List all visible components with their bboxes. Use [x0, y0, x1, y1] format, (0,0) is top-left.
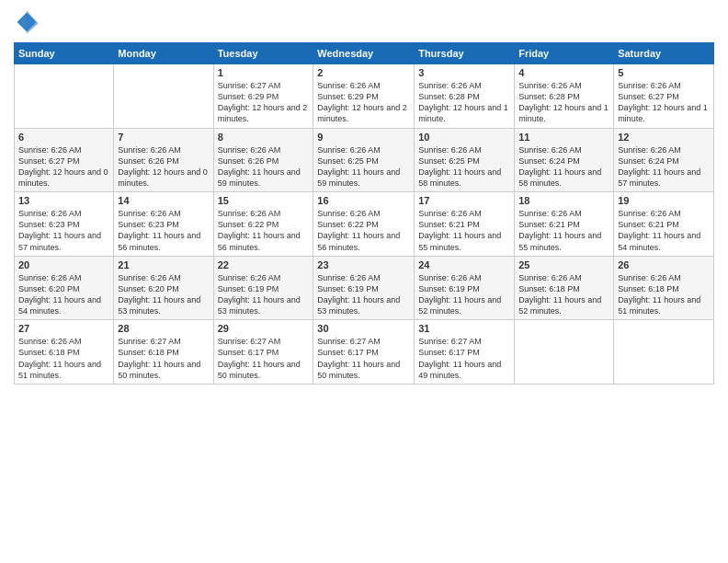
day-info: Sunrise: 6:26 AMSunset: 6:21 PMDaylight:…	[618, 208, 710, 253]
page: SundayMondayTuesdayWednesdayThursdayFrid…	[0, 0, 728, 563]
day-info: Sunrise: 6:26 AMSunset: 6:26 PMDaylight:…	[218, 144, 310, 190]
weekday-header-wednesday: Wednesday	[313, 43, 415, 64]
day-number: 7	[118, 132, 209, 143]
calendar-cell: 16Sunrise: 6:26 AMSunset: 6:22 PMDayligh…	[313, 192, 415, 257]
day-number: 28	[118, 323, 209, 334]
day-info: Sunrise: 6:27 AMSunset: 6:17 PMDaylight:…	[317, 336, 410, 381]
day-number: 4	[518, 67, 609, 78]
week-row-3: 13Sunrise: 6:26 AMSunset: 6:23 PMDayligh…	[15, 192, 714, 257]
weekday-header-tuesday: Tuesday	[213, 43, 313, 64]
day-info: Sunrise: 6:26 AMSunset: 6:20 PMDaylight:…	[118, 272, 209, 317]
calendar-cell: 25Sunrise: 6:26 AMSunset: 6:18 PMDayligh…	[515, 256, 614, 320]
day-number: 23	[317, 259, 410, 270]
day-number: 12	[618, 132, 710, 143]
logo	[14, 9, 43, 35]
day-number: 10	[418, 132, 510, 143]
calendar-cell: 3Sunrise: 6:26 AMSunset: 6:28 PMDaylight…	[415, 64, 515, 129]
day-info: Sunrise: 6:26 AMSunset: 6:29 PMDaylight:…	[317, 80, 410, 125]
week-row-2: 6Sunrise: 6:26 AMSunset: 6:27 PMDaylight…	[15, 128, 714, 192]
day-info: Sunrise: 6:26 AMSunset: 6:27 PMDaylight:…	[18, 144, 109, 190]
calendar-cell: 24Sunrise: 6:26 AMSunset: 6:19 PMDayligh…	[415, 256, 515, 320]
day-info: Sunrise: 6:26 AMSunset: 6:21 PMDaylight:…	[518, 208, 609, 253]
day-info: Sunrise: 6:26 AMSunset: 6:18 PMDaylight:…	[518, 272, 609, 317]
calendar-cell	[614, 320, 714, 385]
calendar-cell	[114, 64, 213, 129]
calendar-cell: 23Sunrise: 6:26 AMSunset: 6:19 PMDayligh…	[313, 256, 415, 320]
day-number: 3	[418, 67, 510, 78]
day-number: 30	[317, 323, 410, 334]
day-info: Sunrise: 6:26 AMSunset: 6:22 PMDaylight:…	[317, 208, 410, 253]
calendar-cell: 22Sunrise: 6:26 AMSunset: 6:19 PMDayligh…	[213, 256, 313, 320]
day-info: Sunrise: 6:26 AMSunset: 6:23 PMDaylight:…	[118, 208, 209, 253]
day-number: 6	[18, 132, 109, 143]
day-number: 17	[418, 195, 510, 206]
calendar-cell: 6Sunrise: 6:26 AMSunset: 6:27 PMDaylight…	[15, 128, 114, 192]
weekday-header-monday: Monday	[114, 43, 213, 64]
day-number: 13	[18, 195, 109, 206]
calendar-cell: 14Sunrise: 6:26 AMSunset: 6:23 PMDayligh…	[114, 192, 213, 257]
day-info: Sunrise: 6:26 AMSunset: 6:27 PMDaylight:…	[618, 80, 710, 125]
day-number: 27	[18, 323, 109, 334]
svg-marker-1	[27, 10, 39, 33]
calendar-cell: 30Sunrise: 6:27 AMSunset: 6:17 PMDayligh…	[313, 320, 415, 385]
day-info: Sunrise: 6:26 AMSunset: 6:24 PMDaylight:…	[518, 144, 609, 190]
day-number: 2	[317, 67, 410, 78]
calendar-cell: 4Sunrise: 6:26 AMSunset: 6:28 PMDaylight…	[515, 64, 614, 129]
weekday-header-saturday: Saturday	[614, 43, 714, 64]
calendar-cell: 13Sunrise: 6:26 AMSunset: 6:23 PMDayligh…	[15, 192, 114, 257]
day-info: Sunrise: 6:27 AMSunset: 6:17 PMDaylight:…	[418, 336, 510, 381]
logo-icon	[14, 9, 40, 35]
day-info: Sunrise: 6:26 AMSunset: 6:26 PMDaylight:…	[118, 144, 209, 190]
calendar-cell: 26Sunrise: 6:26 AMSunset: 6:18 PMDayligh…	[614, 256, 714, 320]
day-number: 25	[518, 259, 609, 270]
calendar-cell: 29Sunrise: 6:27 AMSunset: 6:17 PMDayligh…	[213, 320, 313, 385]
day-number: 26	[618, 259, 710, 270]
day-info: Sunrise: 6:26 AMSunset: 6:19 PMDaylight:…	[317, 272, 410, 317]
day-number: 29	[218, 323, 310, 334]
day-info: Sunrise: 6:26 AMSunset: 6:23 PMDaylight:…	[18, 208, 109, 253]
day-info: Sunrise: 6:26 AMSunset: 6:25 PMDaylight:…	[317, 144, 410, 190]
day-info: Sunrise: 6:26 AMSunset: 6:19 PMDaylight:…	[218, 272, 310, 317]
day-info: Sunrise: 6:26 AMSunset: 6:25 PMDaylight:…	[418, 144, 510, 190]
calendar-cell: 1Sunrise: 6:27 AMSunset: 6:29 PMDaylight…	[213, 64, 313, 129]
day-number: 24	[418, 259, 510, 270]
calendar-cell: 21Sunrise: 6:26 AMSunset: 6:20 PMDayligh…	[114, 256, 213, 320]
calendar-cell: 10Sunrise: 6:26 AMSunset: 6:25 PMDayligh…	[415, 128, 515, 192]
calendar-cell: 19Sunrise: 6:26 AMSunset: 6:21 PMDayligh…	[614, 192, 714, 257]
calendar-cell: 15Sunrise: 6:26 AMSunset: 6:22 PMDayligh…	[213, 192, 313, 257]
day-info: Sunrise: 6:26 AMSunset: 6:28 PMDaylight:…	[518, 80, 609, 125]
calendar-cell	[515, 320, 614, 385]
calendar-cell: 17Sunrise: 6:26 AMSunset: 6:21 PMDayligh…	[415, 192, 515, 257]
calendar-cell: 31Sunrise: 6:27 AMSunset: 6:17 PMDayligh…	[415, 320, 515, 385]
calendar-cell: 28Sunrise: 6:27 AMSunset: 6:18 PMDayligh…	[114, 320, 213, 385]
day-info: Sunrise: 6:26 AMSunset: 6:19 PMDaylight:…	[418, 272, 510, 317]
day-number: 19	[618, 195, 710, 206]
week-row-1: 1Sunrise: 6:27 AMSunset: 6:29 PMDaylight…	[15, 64, 714, 129]
calendar-cell: 9Sunrise: 6:26 AMSunset: 6:25 PMDaylight…	[313, 128, 415, 192]
calendar-cell: 5Sunrise: 6:26 AMSunset: 6:27 PMDaylight…	[614, 64, 714, 129]
day-number: 20	[18, 259, 109, 270]
calendar-cell: 18Sunrise: 6:26 AMSunset: 6:21 PMDayligh…	[515, 192, 614, 257]
day-number: 8	[218, 132, 310, 143]
calendar-cell: 27Sunrise: 6:26 AMSunset: 6:18 PMDayligh…	[15, 320, 114, 385]
calendar-cell: 7Sunrise: 6:26 AMSunset: 6:26 PMDaylight…	[114, 128, 213, 192]
calendar-cell: 20Sunrise: 6:26 AMSunset: 6:20 PMDayligh…	[15, 256, 114, 320]
calendar-cell: 2Sunrise: 6:26 AMSunset: 6:29 PMDaylight…	[313, 64, 415, 129]
day-number: 31	[418, 323, 510, 334]
calendar-cell: 12Sunrise: 6:26 AMSunset: 6:24 PMDayligh…	[614, 128, 714, 192]
calendar-cell: 8Sunrise: 6:26 AMSunset: 6:26 PMDaylight…	[213, 128, 313, 192]
day-info: Sunrise: 6:26 AMSunset: 6:18 PMDaylight:…	[618, 272, 710, 317]
weekday-header-thursday: Thursday	[415, 43, 515, 64]
weekday-header-sunday: Sunday	[15, 43, 114, 64]
day-info: Sunrise: 6:26 AMSunset: 6:20 PMDaylight:…	[18, 272, 109, 317]
day-number: 16	[317, 195, 410, 206]
day-info: Sunrise: 6:27 AMSunset: 6:29 PMDaylight:…	[218, 80, 310, 125]
day-info: Sunrise: 6:27 AMSunset: 6:17 PMDaylight:…	[218, 336, 310, 381]
week-row-4: 20Sunrise: 6:26 AMSunset: 6:20 PMDayligh…	[15, 256, 714, 320]
day-number: 5	[618, 67, 710, 78]
weekday-header-friday: Friday	[515, 43, 614, 64]
day-number: 21	[118, 259, 209, 270]
day-number: 9	[317, 132, 410, 143]
day-info: Sunrise: 6:27 AMSunset: 6:18 PMDaylight:…	[118, 336, 209, 381]
day-number: 15	[218, 195, 310, 206]
